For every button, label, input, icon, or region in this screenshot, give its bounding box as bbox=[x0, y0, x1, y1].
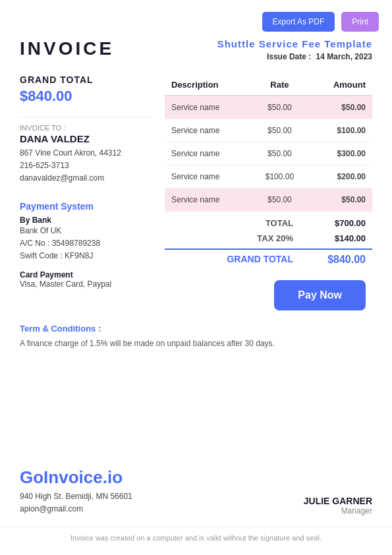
col-description: Description bbox=[165, 74, 250, 96]
tax-label: TAX 20% bbox=[240, 233, 293, 243]
card-types: Visa, Master Card, Paypal bbox=[20, 279, 152, 289]
table-row: Service name$50.00$100.00 bbox=[165, 119, 372, 142]
totals-section: TOTAL $700.00 TAX 20% $140.00 GRAND TOTA… bbox=[165, 216, 372, 270]
company-info: GoInvoice.io 940 High St. Bemidji, MN 56… bbox=[20, 467, 132, 515]
row-rate: $50.00 bbox=[250, 142, 308, 165]
tax-row: TAX 20% $140.00 bbox=[165, 231, 372, 246]
company-name: GoInvoice.io bbox=[20, 467, 132, 488]
print-button[interactable]: Print bbox=[341, 12, 379, 32]
table-row: Service name$100.00$200.00 bbox=[165, 165, 372, 189]
grand-total-row: GRAND TOTAL $840.00 bbox=[165, 248, 372, 270]
pay-now-button[interactable]: Pay Now bbox=[274, 280, 366, 310]
top-bar: Export As PDF Print bbox=[0, 0, 392, 38]
footer-section: GoInvoice.io 940 High St. Bemidji, MN 56… bbox=[0, 467, 392, 515]
company-address: 940 High St. Bemidji, MN 56601 bbox=[20, 490, 132, 503]
row-amount: $200.00 bbox=[309, 165, 372, 189]
issue-date-label: Issue Date : bbox=[267, 52, 311, 61]
row-rate: $100.00 bbox=[250, 165, 308, 189]
invoice-title-block: INVOICE bbox=[20, 38, 114, 59]
invoice-title: INVOICE bbox=[20, 38, 114, 59]
row-rate: $50.00 bbox=[250, 189, 308, 212]
total-row: TOTAL $700.00 bbox=[165, 216, 372, 231]
payment-section: Payment System By Bank Bank Of UK A/C No… bbox=[20, 201, 152, 289]
row-description: Service name bbox=[165, 189, 250, 212]
client-address: 867 Vine Court Akron, 44312 bbox=[20, 147, 152, 160]
manager-title: Manager bbox=[304, 506, 372, 515]
card-payment-title: Card Payment bbox=[20, 270, 152, 279]
terms-text: A finance charge of 1.5% will be made on… bbox=[20, 337, 372, 350]
left-panel: GRAND TOTAL $840.00 INVOICE TO : DANA VA… bbox=[20, 74, 152, 310]
grand-total-amount: $840.00 bbox=[20, 88, 152, 105]
manager-name: JULIE GARNER bbox=[304, 496, 372, 506]
grand-total-row-value: $840.00 bbox=[320, 254, 366, 266]
grand-total-row-label: GRAND TOTAL bbox=[227, 254, 293, 266]
manager-section: JULIE GARNER Manager bbox=[304, 496, 372, 515]
row-description: Service name bbox=[165, 165, 250, 189]
client-name: DANA VALDEZ bbox=[20, 133, 152, 144]
row-rate: $50.00 bbox=[250, 119, 308, 142]
row-amount: $300.00 bbox=[309, 142, 372, 165]
client-email: danavaldez@gmail.com bbox=[20, 172, 152, 185]
col-amount: Amount bbox=[309, 74, 372, 96]
issue-date: Issue Date : 14 March, 2023 bbox=[217, 52, 372, 61]
table-row: Service name$50.00$50.00 bbox=[165, 189, 372, 212]
row-amount: $50.00 bbox=[309, 189, 372, 212]
swift-code: Swift Code : KF9N8J bbox=[20, 250, 152, 262]
row-amount: $100.00 bbox=[309, 119, 372, 142]
row-rate: $50.00 bbox=[250, 96, 308, 119]
col-rate: Rate bbox=[250, 74, 308, 96]
bank-name: Bank Of UK bbox=[20, 225, 152, 237]
row-amount: $50.00 bbox=[309, 96, 372, 119]
payment-title: Payment System bbox=[20, 201, 152, 212]
payment-by-label: By Bank bbox=[20, 216, 152, 225]
terms-section: Term & Conditions : A finance charge of … bbox=[0, 310, 392, 350]
header: INVOICE Shuttle Service Fee Template Iss… bbox=[0, 38, 392, 68]
table-row: Service name$50.00$50.00 bbox=[165, 96, 372, 119]
pay-now-row: Pay Now bbox=[165, 280, 372, 310]
main-content: GRAND TOTAL $840.00 INVOICE TO : DANA VA… bbox=[0, 68, 392, 310]
total-label: TOTAL bbox=[240, 218, 293, 228]
issue-date-value: 14 March, 2023 bbox=[316, 52, 372, 61]
account-no: A/C No : 35498789238 bbox=[20, 237, 152, 250]
table-header-row: Description Rate Amount bbox=[165, 74, 372, 96]
right-panel: Description Rate Amount Service name$50.… bbox=[165, 74, 372, 310]
invoice-table: Description Rate Amount Service name$50.… bbox=[165, 74, 372, 212]
row-description: Service name bbox=[165, 119, 250, 142]
terms-title: Term & Conditions : bbox=[20, 324, 372, 334]
row-description: Service name bbox=[165, 142, 250, 165]
total-value: $700.00 bbox=[320, 218, 366, 228]
table-row: Service name$50.00$300.00 bbox=[165, 142, 372, 165]
divider-1 bbox=[20, 117, 152, 117]
row-description: Service name bbox=[165, 96, 250, 119]
client-phone: 216-625-3713 bbox=[20, 160, 152, 172]
tax-value: $140.00 bbox=[320, 233, 366, 243]
footer-note: Invoice was created on a computer and is… bbox=[0, 527, 392, 542]
export-pdf-button[interactable]: Export As PDF bbox=[262, 12, 335, 32]
company-email: apion@gmail.com bbox=[20, 503, 132, 515]
invoice-to-label: INVOICE TO : bbox=[20, 124, 152, 132]
grand-total-label: GRAND TOTAL bbox=[20, 74, 152, 85]
template-info: Shuttle Service Fee Template Issue Date … bbox=[217, 38, 372, 61]
template-name: Shuttle Service Fee Template bbox=[217, 38, 372, 49]
